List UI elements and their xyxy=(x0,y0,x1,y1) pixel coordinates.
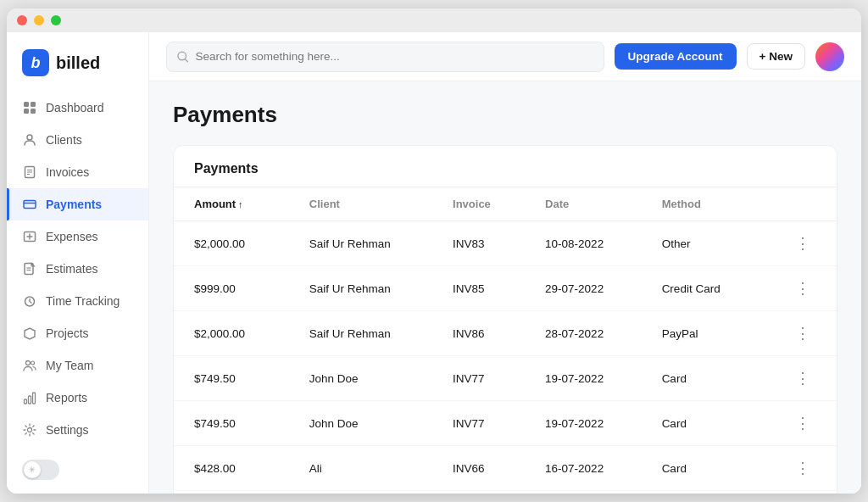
table-row: $999.00 Saif Ur Rehman INV85 29-07-2022 … xyxy=(174,266,837,311)
team-icon xyxy=(22,358,37,373)
col-date: Date xyxy=(525,187,642,221)
table-row: $749.50 John Doe INV77 19-07-2022 Card ⋮ xyxy=(174,356,837,401)
sidebar-item-my-team[interactable]: My Team xyxy=(7,349,148,382)
cell-actions: ⋮ xyxy=(758,401,837,446)
theme-toggle[interactable]: ✳ xyxy=(22,460,59,480)
payments-card: Payments Amount↑ Client Invoice Date xyxy=(173,145,837,494)
toggle-knob: ✳ xyxy=(24,461,41,478)
sidebar-item-dashboard[interactable]: Dashboard xyxy=(7,92,148,124)
svg-rect-0 xyxy=(24,102,29,107)
cell-date: 19-07-2022 xyxy=(525,356,642,401)
search-input[interactable] xyxy=(195,50,593,63)
cell-date: 19-07-2022 xyxy=(525,401,642,446)
sidebar-item-label: Projects xyxy=(46,326,89,340)
estimates-icon xyxy=(22,261,37,276)
logo-icon: b xyxy=(22,49,49,76)
cell-amount: $2,000.00 xyxy=(174,221,289,266)
sidebar-item-label: Invoices xyxy=(46,165,89,179)
cell-client: John Doe xyxy=(289,356,432,401)
svg-line-23 xyxy=(185,59,187,61)
row-actions-button[interactable]: ⋮ xyxy=(790,232,816,254)
table-row: $33,796.00 Ali INV68 05-07-2022 Other ⋮ xyxy=(174,491,837,494)
payments-icon xyxy=(22,197,37,212)
cell-client: John Doe xyxy=(289,401,432,446)
col-method: Method xyxy=(642,187,759,221)
cell-method: Other xyxy=(642,491,759,494)
svg-point-17 xyxy=(31,361,35,365)
sidebar-item-label: Estimates xyxy=(46,262,97,276)
sidebar-bottom: ✳ xyxy=(7,446,148,494)
cell-amount: $999.00 xyxy=(174,266,289,311)
cell-client: Saif Ur Rehman xyxy=(289,311,432,356)
cell-invoice: INV85 xyxy=(432,266,525,311)
cell-client: Ali xyxy=(289,491,432,494)
cell-invoice: INV66 xyxy=(432,446,525,491)
svg-point-16 xyxy=(26,361,31,365)
sidebar-item-invoices[interactable]: Invoices xyxy=(7,156,148,188)
card-header: Payments xyxy=(174,146,837,187)
logo-text: billed xyxy=(56,53,100,73)
row-actions-button[interactable]: ⋮ xyxy=(790,367,816,389)
svg-rect-9 xyxy=(24,201,36,209)
cell-invoice: INV86 xyxy=(432,311,525,356)
new-button[interactable]: + New xyxy=(747,43,805,70)
svg-rect-3 xyxy=(31,109,36,114)
sidebar-item-label: Settings xyxy=(46,423,89,437)
sidebar-item-reports[interactable]: Reports xyxy=(7,382,148,414)
sidebar-item-time-tracking[interactable]: Time Tracking xyxy=(7,285,148,317)
cell-amount: $428.00 xyxy=(174,446,289,491)
svg-point-21 xyxy=(28,428,32,432)
table-row: $749.50 John Doe INV77 19-07-2022 Card ⋮ xyxy=(174,401,837,446)
upgrade-account-button[interactable]: Upgrade Account xyxy=(615,43,737,70)
sidebar-item-estimates[interactable]: Estimates xyxy=(7,253,148,285)
table-row: $428.00 Ali INV66 16-07-2022 Card ⋮ xyxy=(174,446,837,491)
svg-rect-2 xyxy=(24,109,29,114)
sidebar-nav: Dashboard Clients xyxy=(7,92,148,446)
row-actions-button[interactable]: ⋮ xyxy=(790,277,816,299)
clients-icon xyxy=(22,132,37,148)
cell-method: Card xyxy=(642,401,759,446)
cell-date: 28-07-2022 xyxy=(525,311,642,356)
time-icon xyxy=(22,293,37,309)
minimize-button[interactable] xyxy=(34,15,44,25)
expenses-icon xyxy=(22,229,37,244)
maximize-button[interactable] xyxy=(51,15,61,25)
row-actions-button[interactable]: ⋮ xyxy=(790,457,816,479)
sidebar-item-label: Expenses xyxy=(46,230,97,243)
table-row: $2,000.00 Saif Ur Rehman INV83 10-08-202… xyxy=(174,221,837,266)
cell-date: 10-08-2022 xyxy=(525,221,642,266)
sidebar-item-expenses[interactable]: Expenses xyxy=(7,220,148,253)
table-row: $2,000.00 Saif Ur Rehman INV86 28-07-202… xyxy=(174,311,837,356)
col-invoice: Invoice xyxy=(432,187,525,221)
row-actions-button[interactable]: ⋮ xyxy=(790,412,816,434)
cell-actions: ⋮ xyxy=(758,491,837,494)
cell-client: Saif Ur Rehman xyxy=(289,266,432,311)
table-header: Amount↑ Client Invoice Date Method xyxy=(174,187,837,221)
cell-invoice: INV77 xyxy=(432,401,525,446)
cell-actions: ⋮ xyxy=(758,446,837,491)
settings-icon xyxy=(22,422,37,438)
search-bar[interactable] xyxy=(166,42,604,72)
sidebar-item-clients[interactable]: Clients xyxy=(7,124,148,156)
sidebar-item-settings[interactable]: Settings xyxy=(7,414,148,446)
row-actions-button[interactable]: ⋮ xyxy=(790,322,816,344)
search-icon xyxy=(177,51,188,63)
col-amount[interactable]: Amount↑ xyxy=(174,187,289,221)
sidebar-item-label: Time Tracking xyxy=(46,294,120,308)
sidebar-item-label: My Team xyxy=(46,359,94,372)
sidebar-item-payments[interactable]: Payments xyxy=(7,188,148,220)
avatar[interactable] xyxy=(815,42,844,71)
page-content: Payments Payments Amount↑ Client I xyxy=(149,81,861,494)
dashboard-icon xyxy=(22,100,37,115)
invoices-icon xyxy=(22,165,37,180)
svg-rect-20 xyxy=(33,393,36,404)
app-body: b billed Dashboard xyxy=(7,32,861,494)
topbar: Upgrade Account + New xyxy=(149,32,861,81)
titlebar xyxy=(7,8,861,32)
close-button[interactable] xyxy=(17,15,27,25)
sidebar-item-label: Clients xyxy=(46,133,82,147)
projects-icon xyxy=(22,326,37,341)
sidebar-item-projects[interactable]: Projects xyxy=(7,317,148,349)
sidebar-item-label: Dashboard xyxy=(46,101,104,114)
cell-method: Card xyxy=(642,356,759,401)
